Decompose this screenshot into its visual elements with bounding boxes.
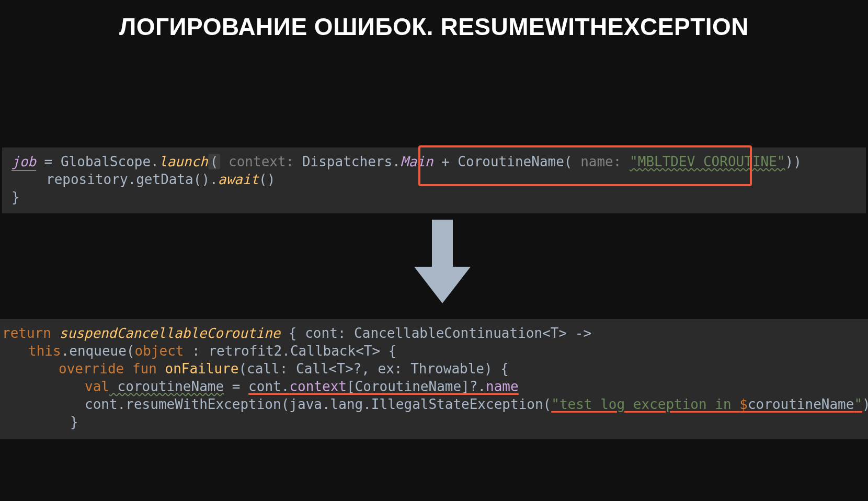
- code-line: override fun onFailure(call: Call<T>?, e…: [2, 360, 866, 378]
- code-block-launch: job = GlobalScope.launch( context: Dispa…: [2, 147, 866, 213]
- code-line: cont.resumeWithException(java.lang.Illeg…: [2, 395, 866, 413]
- slide: ЛОГИРОВАНИЕ ОШИБОК. RESUMEWITHEXCEPTION …: [0, 0, 868, 501]
- code-line: repository.getData().await(): [12, 170, 856, 188]
- code-line: }: [2, 413, 866, 431]
- code-block-onfailure: return suspendCancellableCoroutine { con…: [0, 319, 868, 439]
- code-line: this.enqueue(object : retrofit2.Callback…: [2, 342, 866, 360]
- code-line: }: [12, 188, 856, 206]
- slide-title: ЛОГИРОВАНИЕ ОШИБОК. RESUMEWITHEXCEPTION: [0, 0, 868, 41]
- code-line: val coroutineName = cont.context[Corouti…: [2, 378, 866, 395]
- code-line: return suspendCancellableCoroutine { con…: [2, 324, 866, 342]
- code-line: job = GlobalScope.launch( context: Dispa…: [12, 153, 856, 170]
- down-arrow-icon: [414, 220, 471, 303]
